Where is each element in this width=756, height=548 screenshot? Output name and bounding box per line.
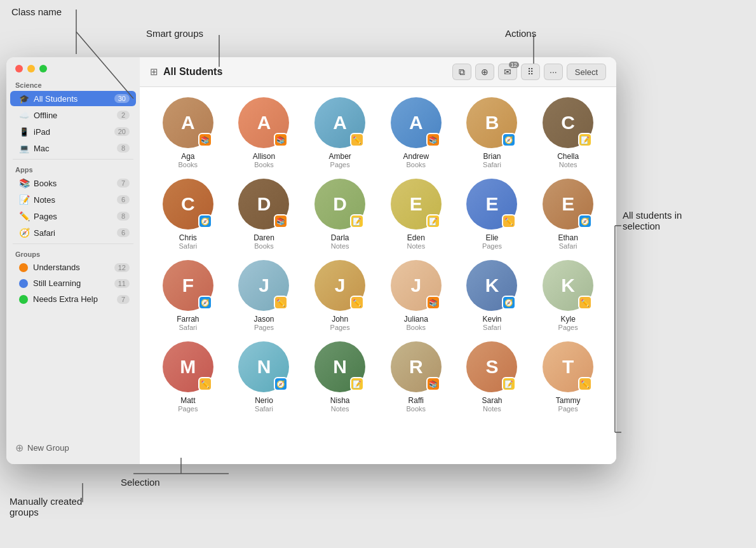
student-card[interactable]: B🧭BrianSafari [457, 97, 528, 168]
student-card[interactable]: J📚JulianaBooks [381, 260, 452, 331]
sidebar-item-notes[interactable]: 📝 Notes 6 [10, 192, 136, 207]
student-name: Kyle [560, 315, 575, 324]
sidebar-item-books[interactable]: 📚 Books 7 [10, 175, 136, 191]
student-name: Eden [407, 233, 425, 242]
student-avatar-wrap: F🧭 [163, 260, 213, 311]
student-avatar-wrap: E✏️ [466, 179, 517, 229]
sidebar-item-needs-extra-help[interactable]: Needs Extra Help 7 [10, 292, 136, 306]
sidebar-item-all-students[interactable]: 🎓 All Students 30 [10, 91, 136, 106]
student-name: Jason [253, 315, 274, 324]
student-card[interactable]: A✏️AmberPages [304, 97, 375, 168]
students-grid-inner: A📚AgaBooksA📚AllisonBooksA✏️AmberPagesA📚A… [152, 97, 604, 413]
student-card[interactable]: A📚AllisonBooks [229, 97, 300, 168]
student-avatar-wrap: M✏️ [163, 341, 213, 392]
student-name: Juliana [404, 315, 428, 324]
mac-count: 8 [117, 144, 130, 153]
student-card[interactable]: E✏️EliePages [457, 179, 528, 250]
student-name: Brian [483, 152, 501, 161]
app-badge: 🧭 [502, 133, 516, 147]
student-card[interactable]: N🧭NerioSafari [229, 341, 300, 413]
app-badge: 📝 [350, 377, 364, 391]
student-avatar-wrap: N🧭 [238, 341, 289, 392]
sidebar-item-safari[interactable]: 🧭 Safari 6 [10, 225, 136, 240]
app-window: Science 🎓 All Students 30 ☁️ Offline 2 📱… [6, 57, 616, 464]
student-card[interactable]: K🧭KevinSafari [457, 260, 528, 331]
student-card[interactable]: F🧭FarrahSafari [152, 260, 224, 331]
group-view-button[interactable]: ⠿ [521, 64, 540, 80]
all-students-icon: 🎓 [19, 93, 29, 104]
ipad-count: 20 [114, 127, 130, 136]
student-card[interactable]: J✏️JasonPages [229, 260, 300, 331]
student-card[interactable]: E📝EdenNotes [381, 179, 452, 250]
app-badge: 🧭 [198, 296, 212, 310]
student-card[interactable]: K✏️KylePages [532, 260, 604, 331]
student-name: Kevin [482, 315, 501, 324]
app-badge: ✏️ [350, 133, 364, 147]
more-button[interactable]: ··· [544, 64, 563, 80]
app-badge: 📝 [426, 214, 440, 228]
student-card[interactable]: A📚AndrewBooks [381, 97, 452, 168]
app-badge: 🧭 [274, 377, 288, 391]
traffic-lights [6, 57, 140, 78]
needs-extra-help-label: Needs Extra Help [33, 294, 117, 304]
sidebar-item-offline[interactable]: ☁️ Offline 2 [10, 107, 136, 123]
minimize-button[interactable] [27, 65, 35, 72]
new-group-button[interactable]: ⊕ New Group [15, 439, 131, 456]
sidebar-item-pages[interactable]: ✏️ Pages 8 [10, 209, 136, 224]
student-card[interactable]: D📚DarenBooks [229, 179, 300, 250]
student-avatar-wrap: K🧭 [466, 260, 517, 311]
student-card[interactable]: T✏️TammyPages [532, 341, 604, 413]
student-card[interactable]: N📝NishaNotes [304, 341, 375, 413]
mail-button[interactable]: ✉ 12 [498, 64, 517, 80]
student-app: Books [179, 161, 198, 168]
sidebar-item-mac[interactable]: 💻 Mac 8 [10, 140, 136, 156]
close-button[interactable] [15, 65, 23, 72]
student-card[interactable]: M✏️MattPages [152, 341, 224, 413]
students-grid: A📚AgaBooksA📚AllisonBooksA✏️AmberPagesA📚A… [140, 87, 616, 464]
notes-count: 6 [117, 195, 130, 204]
student-card[interactable]: E🧭EthanSafari [532, 179, 604, 250]
student-avatar-wrap: E🧭 [543, 179, 593, 229]
location-button[interactable]: ⊕ [475, 64, 494, 80]
pages-label: Pages [34, 212, 117, 221]
select-button[interactable]: Select [567, 64, 606, 80]
student-avatar-wrap: K✏️ [543, 260, 593, 311]
student-avatar-wrap: S📝 [466, 341, 517, 392]
maximize-button[interactable] [39, 65, 47, 72]
student-card[interactable]: R📚RaffiBooks [381, 341, 452, 413]
student-card[interactable]: C🧭ChrisSafari [152, 179, 224, 250]
student-card[interactable]: D📝DarlaNotes [304, 179, 375, 250]
student-app: Safari [483, 324, 501, 331]
app-badge: 📚 [198, 133, 212, 147]
app-badge: ✏️ [502, 214, 516, 228]
app-badge: 📚 [274, 133, 288, 147]
sidebar-item-understands[interactable]: Understands 12 [10, 260, 136, 275]
layers-icon: ⧉ [459, 67, 465, 78]
student-app: Pages [558, 405, 578, 413]
student-avatar-wrap: B🧭 [466, 97, 517, 148]
app-badge: 📝 [578, 133, 592, 147]
manually-created-annotation: Manually createdgroups [10, 496, 82, 517]
safari-icon: 🧭 [19, 228, 29, 238]
mac-label: Mac [34, 144, 117, 153]
mac-icon: 💻 [19, 143, 29, 153]
student-app: Pages [254, 324, 274, 331]
student-name: Darla [331, 233, 349, 242]
app-badge: ✏️ [274, 296, 288, 310]
student-card[interactable]: J✏️JohnPages [304, 260, 375, 331]
sidebar-item-ipad[interactable]: 📱 iPad 20 [10, 124, 136, 139]
student-card[interactable]: S📝SarahNotes [457, 341, 528, 413]
student-app: Notes [483, 405, 501, 413]
student-card[interactable]: A📚AgaBooks [152, 97, 224, 168]
sidebar: Science 🎓 All Students 30 ☁️ Offline 2 📱… [6, 57, 140, 464]
sidebar-item-still-learning[interactable]: Still Learning 11 [10, 276, 136, 291]
student-app: Notes [407, 242, 425, 250]
understands-count: 12 [114, 263, 130, 272]
understands-label: Understands [33, 263, 114, 272]
student-app: Safari [179, 242, 197, 250]
student-name: Nerio [255, 396, 273, 405]
student-avatar-wrap: J📚 [391, 260, 442, 311]
layers-button[interactable]: ⧉ [452, 64, 471, 80]
student-name: Chris [179, 233, 197, 242]
student-card[interactable]: C📝ChellaNotes [532, 97, 604, 168]
